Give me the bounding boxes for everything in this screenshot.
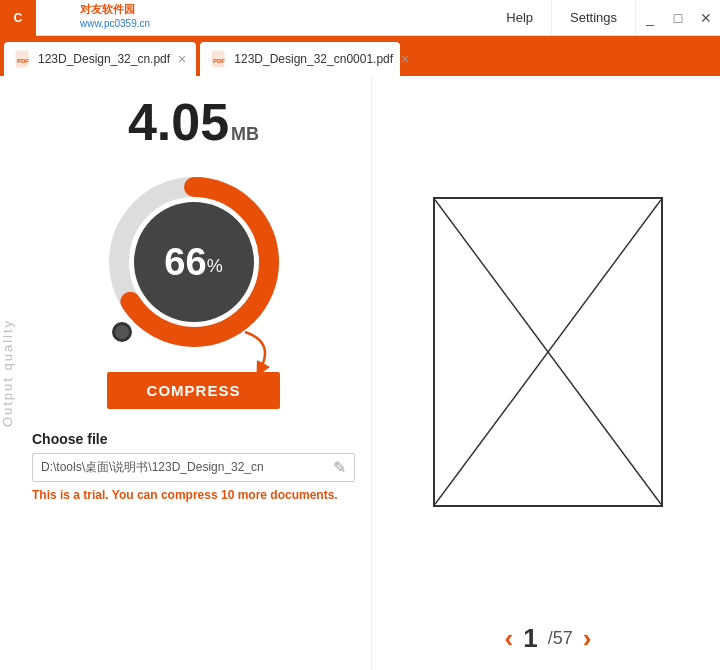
edit-icon[interactable]: ✎: [333, 458, 346, 477]
pdf-preview: [433, 197, 663, 507]
tab-2[interactable]: PDF 123D_Design_32_cn0001.pdf ×: [200, 42, 400, 76]
choose-file-label: Choose file: [32, 431, 355, 447]
tab-bar: PDF 123D_Design_32_cn.pdf × PDF 123D_Des…: [0, 36, 720, 76]
tab-1[interactable]: PDF 123D_Design_32_cn.pdf ×: [4, 42, 196, 76]
pdf-icon-tab2: PDF: [210, 50, 228, 68]
window-controls: _ □ ✕: [636, 0, 720, 35]
trial-suffix: more documents.: [234, 488, 337, 502]
file-path: D:\tools\桌面\说明书\123D_Design_32_cn: [41, 459, 327, 476]
output-quality-label: Output quality: [0, 319, 15, 427]
trial-text: This is a trial. You can compress 10 mor…: [32, 488, 355, 502]
preview-area: [392, 92, 704, 611]
svg-text:PDF: PDF: [213, 58, 225, 64]
page-total: /57: [548, 628, 573, 649]
right-panel: ‹ 1 /57 ›: [372, 76, 720, 670]
percent-sign: %: [207, 256, 223, 277]
file-size-display: 4.05 MB: [128, 96, 259, 148]
page-navigation: ‹ 1 /57 ›: [505, 623, 592, 654]
tab-1-close[interactable]: ×: [178, 51, 186, 67]
svg-text:PDF: PDF: [17, 58, 29, 64]
settings-menu[interactable]: Settings: [552, 0, 636, 35]
watermark-url: www.pc0359.cn: [80, 18, 150, 29]
main-content: Output quality 4.05 MB 66 %: [0, 76, 720, 670]
pdf-icon-tab1: PDF: [14, 50, 32, 68]
file-input-row[interactable]: D:\tools\桌面\说明书\123D_Design_32_cn ✎: [32, 453, 355, 482]
tab-2-label: 123D_Design_32_cn0001.pdf: [234, 52, 393, 66]
trial-count: 10: [221, 488, 234, 502]
app-logo: C: [0, 0, 36, 36]
donut-knob[interactable]: [112, 322, 132, 342]
maximize-button[interactable]: □: [664, 0, 692, 36]
file-size-unit: MB: [231, 124, 259, 145]
file-size-number: 4.05: [128, 96, 229, 148]
svg-text:C: C: [14, 11, 23, 25]
choose-file-section: Choose file D:\tools\桌面\说明书\123D_Design_…: [32, 431, 355, 502]
percent-number: 66: [164, 241, 206, 284]
arrow-icon: [225, 322, 285, 382]
prev-page-button[interactable]: ‹: [505, 623, 514, 654]
page-current: 1: [523, 623, 537, 654]
tab-2-close[interactable]: ×: [401, 51, 409, 67]
close-button[interactable]: ✕: [692, 0, 720, 36]
preview-placeholder-svg: [435, 199, 661, 505]
minimize-button[interactable]: _: [636, 0, 664, 36]
help-menu[interactable]: Help: [488, 0, 552, 35]
watermark-text: 对友软件园: [80, 2, 135, 17]
next-page-button[interactable]: ›: [583, 623, 592, 654]
tab-1-label: 123D_Design_32_cn.pdf: [38, 52, 170, 66]
title-bar: C 对友软件园 www.pc0359.cn Help Settings _ □ …: [0, 0, 720, 36]
menu-bar: Help Settings: [488, 0, 636, 35]
compress-section: COMPRESS: [32, 372, 355, 409]
left-panel: 4.05 MB 66 %: [22, 76, 372, 670]
trial-prefix: This is a trial. You can compress: [32, 488, 221, 502]
donut-center: 66 %: [134, 202, 254, 322]
